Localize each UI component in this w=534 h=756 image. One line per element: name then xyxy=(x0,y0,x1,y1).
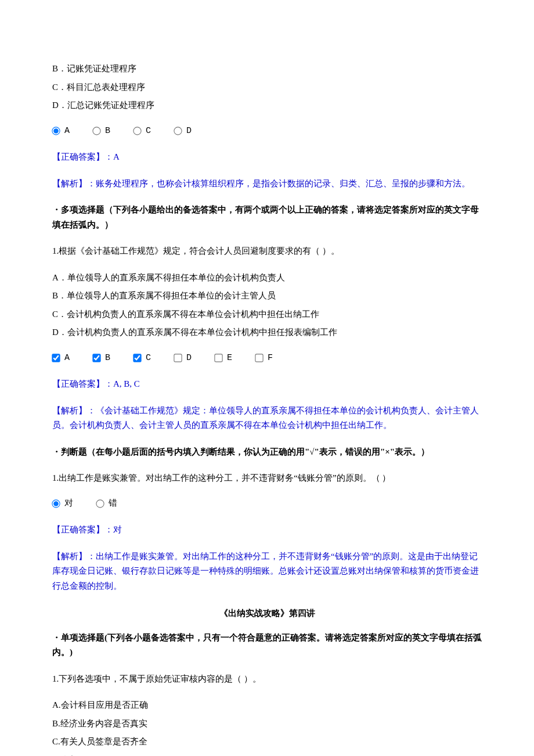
mcq-answer-val: A, B, C xyxy=(113,379,140,388)
answer-val: A xyxy=(113,152,120,161)
answer-label: 【正确答案】： xyxy=(52,152,113,161)
check-d-input[interactable] xyxy=(174,354,182,362)
prev-option-d: D．汇总记账凭证处理程序 xyxy=(52,98,482,113)
mcq-heading: ・多项选择题（下列各小题给出的备选答案中，有两个或两个以上正确的答案，请将选定答… xyxy=(52,203,482,232)
radio-c-input[interactable] xyxy=(133,127,141,135)
check-a-label: A xyxy=(64,351,70,366)
ch4-q1-stem: 1.下列各选项中，不属于原始凭证审核内容的是（ ）。 xyxy=(52,672,482,687)
ch4-scq-heading: ・单项选择题(下列各小题备选答案中，只有一个符合题意的正确答案。请将选定答案所对… xyxy=(52,631,482,660)
tf-expl-label: 【解析】： xyxy=(52,552,96,561)
tf-q1-stem: 1.出纳工作是账实兼管。对出纳工作的这种分工，并不违背财务“钱账分管”的原则。（… xyxy=(52,471,482,486)
mcq-explanation: 【解析】：《会计基础工作规范》规定：单位领导人的直系亲属不得担任本单位的会计机构… xyxy=(52,404,482,433)
mcq-check-f[interactable]: F xyxy=(255,351,273,366)
mcq-q1-opt-c: C．会计机构负责人的直系亲属不得在本单位会计机构中担任出纳工作 xyxy=(52,307,482,322)
tf-answer: 【正确答案】：对 xyxy=(52,523,482,538)
expl-text: 账务处理程序，也称会计核算组织程序，是指会计数据的记录、归类、汇总、呈报的步骤和… xyxy=(96,179,470,188)
ch4-q1-opt-c: C.有关人员签章是否齐全 xyxy=(52,735,482,750)
tf-answer-val: 对 xyxy=(113,525,122,534)
mcq-check-a[interactable]: A xyxy=(52,351,70,366)
mcq-check-e[interactable]: E xyxy=(215,351,232,366)
ch4-q1-opt-a: A.会计科目应用是否正确 xyxy=(52,698,482,713)
ch4-title: 《出纳实战攻略》第四讲 xyxy=(52,606,482,621)
radio-d-input[interactable] xyxy=(174,127,182,135)
tf-answer-label: 【正确答案】： xyxy=(52,525,113,534)
tf-heading: ・判断题（在每小题后面的括号内填入判断结果，你认为正确的用"√"表示，错误的用"… xyxy=(52,445,482,460)
tf-radio-group: 对 错 xyxy=(52,496,482,512)
tf-radio-true[interactable]: 对 xyxy=(52,496,73,512)
tf-radio-false[interactable]: 错 xyxy=(96,496,117,512)
tf-false-input[interactable] xyxy=(96,499,104,507)
tf-true-label: 对 xyxy=(64,496,73,512)
mcq-q1-opt-a: A．单位领导人的直系亲属不得担任本单位的会计机构负责人 xyxy=(52,271,482,286)
ch4-q1-opt-d: D.金额是否正确 xyxy=(52,753,482,757)
prev-option-c: C．科目汇总表处理程序 xyxy=(52,80,482,95)
tf-true-input[interactable] xyxy=(52,499,60,507)
radio-a-input[interactable] xyxy=(52,127,60,135)
mcq-checkbox-group: A B C D E F xyxy=(52,351,482,366)
expl-label: 【解析】： xyxy=(52,179,96,188)
prev-radio-c[interactable]: C xyxy=(134,124,151,139)
check-b-input[interactable] xyxy=(92,354,100,362)
check-c-input[interactable] xyxy=(133,354,141,362)
radio-b-input[interactable] xyxy=(92,127,100,135)
mcq-expl-label: 【解析】： xyxy=(52,406,96,415)
mcq-q1-opt-d: D．会计机构负责人的直系亲属不得在本单位会计机构中担任报表编制工作 xyxy=(52,325,482,340)
mcq-check-b[interactable]: B xyxy=(93,351,110,366)
check-e-input[interactable] xyxy=(214,354,222,362)
mcq-answer: 【正确答案】：A, B, C xyxy=(52,377,482,392)
mcq-q1-stem: 1.根据《会计基础工作规范》规定，符合会计人员回避制度要求的有（ ）。 xyxy=(52,244,482,259)
tf-expl-text: 出纳工作是账实兼管。对出纳工作的这种分工，并不违背财务“钱账分管”的原则。这是由… xyxy=(52,552,479,591)
mcq-q1-opt-b: B．单位领导人的直系亲属不得担任本单位的会计主管人员 xyxy=(52,289,482,304)
check-b-label: B xyxy=(105,351,110,366)
tf-false-label: 错 xyxy=(109,496,117,512)
prev-radio-d[interactable]: D xyxy=(174,124,192,139)
check-a-input[interactable] xyxy=(52,354,60,362)
mcq-check-c[interactable]: C xyxy=(134,351,151,366)
prev-radio-group: A B C D xyxy=(52,124,482,139)
radio-a-label: A xyxy=(64,124,70,139)
ch4-q1-opt-b: B.经济业务内容是否真实 xyxy=(52,717,482,732)
prev-radio-b[interactable]: B xyxy=(93,124,110,139)
radio-b-label: B xyxy=(105,124,110,139)
tf-explanation: 【解析】：出纳工作是账实兼管。对出纳工作的这种分工，并不违背财务“钱账分管”的原… xyxy=(52,549,482,594)
prev-radio-a[interactable]: A xyxy=(52,124,70,139)
mcq-expl-text: 《会计基础工作规范》规定：单位领导人的直系亲属不得担任本单位的会计机构负责人、会… xyxy=(52,406,479,430)
check-d-label: D xyxy=(186,351,192,366)
check-f-input[interactable] xyxy=(255,354,263,362)
radio-c-label: C xyxy=(146,124,151,139)
mcq-check-d[interactable]: D xyxy=(174,351,192,366)
prev-option-b: B．记账凭证处理程序 xyxy=(52,62,482,77)
check-c-label: C xyxy=(146,351,151,366)
mcq-answer-label: 【正确答案】： xyxy=(52,379,113,388)
check-f-label: F xyxy=(268,351,273,366)
prev-answer: 【正确答案】：A xyxy=(52,150,482,165)
prev-explanation: 【解析】：账务处理程序，也称会计核算组织程序，是指会计数据的记录、归类、汇总、呈… xyxy=(52,177,482,192)
radio-d-label: D xyxy=(186,124,192,139)
check-e-label: E xyxy=(227,351,232,366)
